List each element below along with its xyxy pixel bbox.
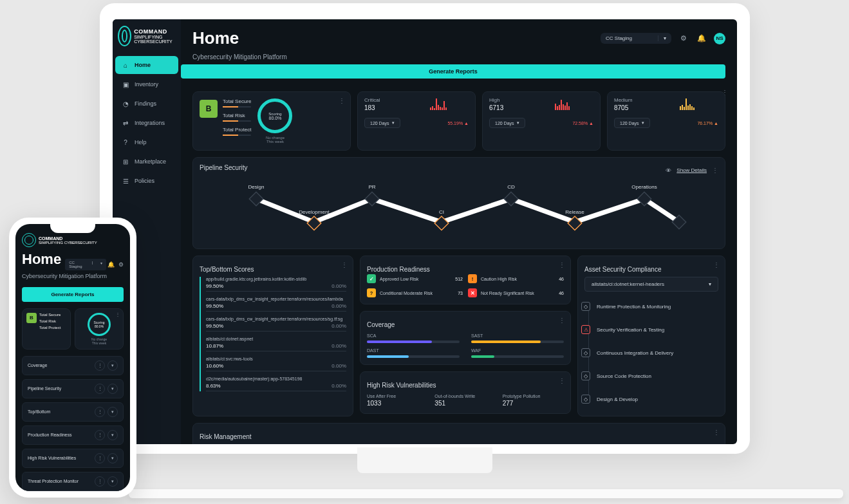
more-icon[interactable]: ⋮ [115,312,120,317]
severity-critical-card: Critical 183 120 Days▾55.19% ▲ [357,91,476,151]
coverage-item: SAST [471,333,564,343]
coverage-grid: SCASASTDASTWAF [367,333,564,358]
days-select[interactable]: 120 Days▾ [614,118,650,128]
compliance-item: ◇Runtime Protection & Monitoring [599,302,718,311]
sidebar-item-help[interactable]: ?Help [115,133,178,151]
main: Home CC Staging ▾ ⚙ 🔔 NS Cybersecurity M… [181,19,737,444]
chevron-down-icon[interactable]: ▾ [107,407,118,417]
mobile-section[interactable]: Pipeline Security⋮▾ [22,379,124,398]
sparkline [680,98,718,114]
desktop-stand [357,447,492,473]
more-icon[interactable]: ⋮ [95,476,105,487]
chevron-down-icon: ▾ [100,261,102,268]
more-icon[interactable]: ⋮ [341,261,348,268]
total-secure-label: Total Secure [223,98,251,104]
score-item: cars-data/bdp_dms_cw_insight_reporter:te… [206,317,346,331]
mobile-env-select[interactable]: CC Staging|▾ [65,259,106,270]
mobile-title: Home [22,251,61,268]
more-icon[interactable]: ⋮ [95,360,105,371]
details-row: Top/Bottom Scores ⋮ app/build.gradle.kts… [192,256,725,416]
bell-icon[interactable]: 🔔 [696,33,707,44]
score-item: cars-data/bdp_dms_cw_insight_reporter:te… [206,297,346,312]
env-select[interactable]: CC Staging ▾ [601,33,671,44]
score-change: No changeThis week [266,136,285,144]
coverage-item: DAST [367,348,460,358]
sparkline [555,98,593,114]
days-select[interactable]: 120 Days▾ [364,118,400,128]
chevron-down-icon[interactable]: ▾ [107,360,118,371]
mobile-score-card: ⋮ Scoring80.0% No changeThis week [75,308,124,350]
days-select[interactable]: 120 Days▾ [489,118,525,128]
compliance-list: ◇Runtime Protection & Monitoring⚠Securit… [588,302,718,404]
more-icon[interactable]: ⋮ [95,384,105,394]
compliance-item: ⚠Security Verification & Testing [599,325,718,334]
logo-icon [22,233,36,247]
avatar[interactable]: NS [714,33,725,44]
chevron-down-icon[interactable]: ▾ [107,384,118,394]
chevron-down-icon[interactable]: ▾ [107,430,118,440]
sidebar-item-inventory[interactable]: ▣Inventory [115,75,178,93]
mobile-generate-button[interactable]: Generate Reports [22,287,124,302]
sparkline [430,98,469,114]
mobile-app: COMMANDSIMPLIFYING CYBERSECURITY Home CC… [15,224,130,491]
vuln-grid: Use After Free1033Out-of-bounds Write351… [367,394,564,407]
integrations-icon: ⇄ [122,119,129,127]
compliance-item: ◇Continuous Integration & Delivery [599,348,718,357]
logo: COMMANDSIMPLIFYING CYBERSECURITY [113,19,181,53]
generate-reports-button[interactable]: Generate Reports [181,64,725,79]
summary-bars: Total Secure Total Risk Total Protect [223,98,251,144]
readiness-item: ✕Not Ready Significant Risk46 [468,288,564,297]
sidebar-item-marketplace[interactable]: ⊞Marketplace [115,153,178,171]
inventory-icon: ▣ [122,80,129,88]
coverage-item: SCA [367,333,460,343]
chevron-down-icon[interactable]: ▾ [107,453,118,463]
findings-icon: ◔ [122,100,129,107]
mobile-section[interactable]: Coverage⋮▾ [22,356,124,375]
pipeline-diagram: Design PR CD Operations Development CI R… [200,182,718,239]
sidebar-item-findings[interactable]: ◔Findings [115,95,178,113]
score-item: d2c/media/autosubaine(master):app-578345… [206,377,346,391]
summary-row: ⋮ B Total Secure Total Risk Total Protec… [192,91,725,151]
more-icon[interactable]: ⋮ [559,317,565,324]
readiness-item: ✓Approved Low Risk512 [367,274,463,283]
score-ring: Scoring 80.0% [257,98,292,133]
grade-badge: B [200,100,218,118]
compliance-select[interactable]: allstats/ci:dotnet:kernel-headers▾ [584,277,718,292]
mobile-section[interactable]: High Risk Vulnerabilities⋮▾ [22,449,124,468]
marketplace-icon: ⊞ [122,158,129,165]
more-icon[interactable]: ⋮ [712,167,718,174]
coverage-card: Coverage ⋮ SCASASTDASTWAF [360,311,571,365]
svg-text:Release: Release [565,209,584,215]
score-item: allstats/ci:svc:nws-tools10.60%0.00% [206,357,346,371]
gear-icon[interactable]: ⚙ [678,33,689,44]
more-icon[interactable]: ⋮ [559,377,565,384]
more-icon[interactable]: ⋮ [95,430,105,440]
compliance-card: Asset Security Compliance ⋮ allstats/ci:… [577,256,725,416]
show-details-link[interactable]: Show Details [676,167,707,173]
more-icon[interactable]: ⋮ [713,429,720,436]
more-icon[interactable]: ⋮ [95,453,105,463]
more-icon[interactable]: ⋮ [339,97,345,104]
readiness-item: ?Conditional Moderate Risk73 [367,288,463,297]
mobile-section[interactable]: Top/Bottom⋮▾ [22,402,124,422]
mobile-section[interactable]: Production Readiness⋮▾ [22,425,124,445]
more-icon[interactable]: ⋮ [713,261,720,268]
bell-icon[interactable]: 🔔 [107,261,115,268]
mobile-section[interactable]: Threat Protection Monitor⋮▾ [22,472,124,491]
readiness-item: !Caution High Risk46 [468,274,564,283]
sidebar-item-home[interactable]: ⌂Home [115,56,178,74]
svg-text:CD: CD [507,184,515,190]
coverage-title: Coverage [367,321,395,328]
severity-high-card: High 6713 120 Days▾72.58% ▲ [482,91,601,151]
sidebar-item-integrations[interactable]: ⇄Integrations [115,114,178,132]
more-icon[interactable]: ⋮ [95,407,105,417]
app-window: COMMANDSIMPLIFYING CYBERSECURITY ⌂Home ▣… [113,19,737,444]
coverage-item: WAF [471,348,564,358]
more-icon[interactable]: ⋮ [559,261,565,268]
readiness-card: Production Readiness ⋮ ✓Approved Low Ris… [360,256,571,304]
score-item: allstats/ci:dotnet:aspnet10.87%0.00% [206,337,346,351]
chevron-down-icon[interactable]: ▾ [107,476,118,487]
sidebar-item-policies[interactable]: ☰Policies [115,172,178,190]
gear-icon[interactable]: ⚙ [118,261,124,268]
logo-icon [118,26,131,46]
